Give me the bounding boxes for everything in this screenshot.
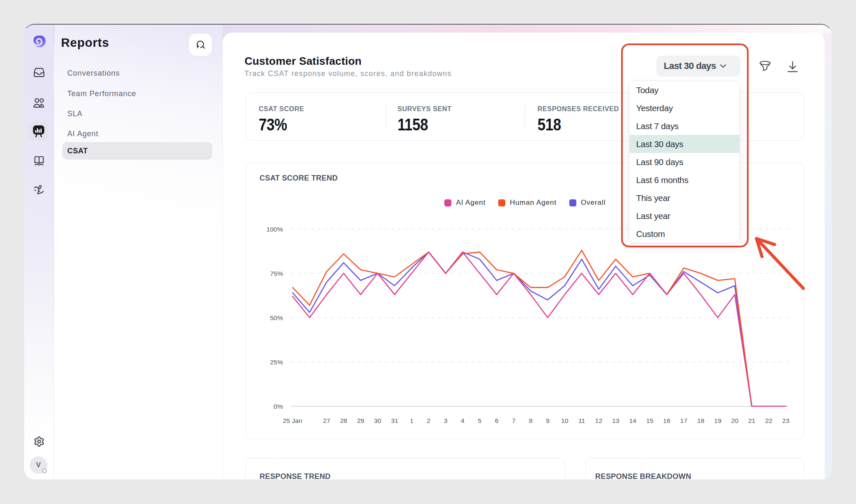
svg-text:23: 23 bbox=[782, 417, 789, 424]
svg-text:27: 27 bbox=[323, 417, 330, 424]
svg-text:21: 21 bbox=[748, 417, 755, 424]
svg-text:28: 28 bbox=[340, 417, 347, 424]
svg-text:15: 15 bbox=[646, 417, 653, 424]
svg-text:19: 19 bbox=[714, 417, 721, 424]
svg-text:18: 18 bbox=[697, 417, 704, 424]
svg-text:20: 20 bbox=[731, 417, 739, 424]
svg-text:8: 8 bbox=[529, 417, 532, 424]
svg-text:16: 16 bbox=[663, 417, 670, 424]
svg-text:4: 4 bbox=[461, 417, 465, 424]
svg-text:11: 11 bbox=[578, 417, 585, 424]
svg-text:6: 6 bbox=[495, 417, 499, 424]
svg-text:7: 7 bbox=[512, 417, 516, 424]
svg-text:10: 10 bbox=[561, 417, 568, 424]
svg-text:30: 30 bbox=[374, 417, 382, 424]
svg-text:14: 14 bbox=[629, 417, 637, 424]
svg-text:1: 1 bbox=[410, 417, 413, 424]
svg-text:31: 31 bbox=[391, 417, 398, 424]
svg-text:13: 13 bbox=[612, 417, 619, 424]
svg-text:22: 22 bbox=[765, 417, 772, 424]
svg-text:29: 29 bbox=[357, 417, 364, 424]
svg-text:100%: 100% bbox=[266, 226, 283, 233]
svg-text:25%: 25% bbox=[270, 359, 283, 366]
svg-text:50%: 50% bbox=[270, 314, 283, 321]
svg-text:17: 17 bbox=[680, 417, 687, 424]
svg-text:3: 3 bbox=[444, 417, 448, 424]
svg-text:2: 2 bbox=[427, 417, 431, 424]
svg-text:75%: 75% bbox=[270, 270, 283, 277]
svg-text:25 Jan: 25 Jan bbox=[283, 417, 303, 424]
svg-text:12: 12 bbox=[595, 417, 602, 424]
svg-text:5: 5 bbox=[478, 417, 482, 424]
svg-text:9: 9 bbox=[546, 417, 550, 424]
svg-text:0%: 0% bbox=[274, 403, 283, 410]
